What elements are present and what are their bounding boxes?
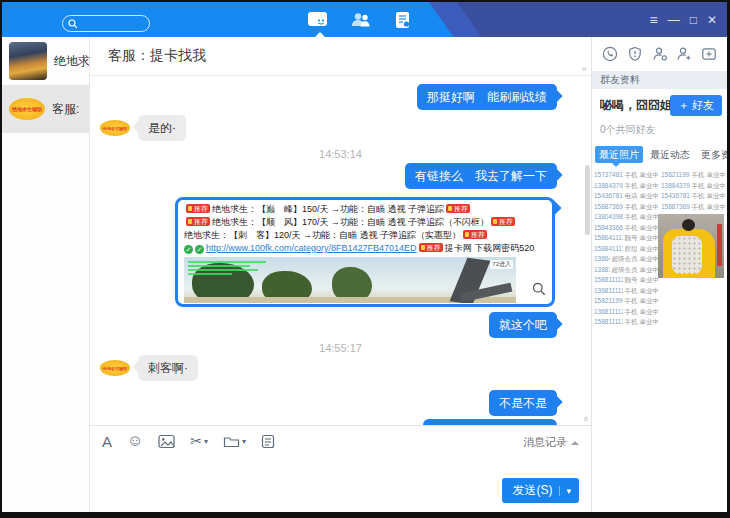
screenshot-icon[interactable]: ✂▾ (190, 433, 208, 449)
add-friend-button[interactable]: ＋ 好友 (670, 95, 722, 116)
table-row[interactable]: 158811111 靓号 单业中 (594, 275, 659, 286)
table-row[interactable]: 158841111 群组 单业中 (594, 244, 659, 255)
font-icon[interactable]: A (102, 433, 112, 450)
timestamp: 14:55:17 (90, 342, 591, 354)
titlebar: ≡ — □ ✕ (2, 2, 727, 37)
tab-recent-photos[interactable]: 最近照片 (595, 146, 643, 163)
add-panel-icon[interactable] (701, 46, 717, 62)
collapse-panel-icon[interactable]: « (582, 64, 587, 74)
avatar[interactable]: 绝地求生辅助 (100, 360, 130, 376)
tab-feeds[interactable] (394, 2, 412, 37)
add-person-icon[interactable] (676, 46, 692, 62)
composer-toolbar: A ☺ ✂▾ ▾ (90, 426, 591, 450)
table-row[interactable]: 136811111 手机 单业中 (594, 286, 659, 297)
table-row[interactable]: 158211996 手机 单业中 (594, 296, 659, 307)
menu-button[interactable]: ≡ (650, 12, 658, 28)
search-icon (68, 19, 78, 29)
report-icon[interactable] (627, 46, 643, 62)
maximize-button[interactable]: □ (690, 13, 697, 27)
message-bubble-outgoing: 就这个吧 (489, 312, 557, 338)
card-link[interactable]: http://www.100fk.com/category/8FB1427FB4… (206, 243, 417, 253)
table-row[interactable]: 1584336612 手机 单业中 (594, 223, 659, 234)
table-row[interactable]: 1388437996 手机 单业中 (594, 181, 659, 192)
member-table-left-column: 1573748199 手机 单业中 1388437996 手机 单业中 1543… (594, 170, 659, 328)
table-row[interactable]: 1380439826 手机 单业中 (594, 212, 659, 223)
head-shape (682, 219, 695, 231)
member-photo[interactable] (658, 214, 724, 278)
tab-recent-activity[interactable]: 最近动态 (646, 146, 694, 163)
table-row[interactable]: 158811113 手机 单业中 (594, 317, 659, 328)
tab-more-info[interactable]: 更多资料 (697, 146, 730, 163)
promo-line: 绝地求生：【刺 客】120/天 →功能：自瞄 透视 子弹追踪（实惠型）推荐 (184, 229, 546, 242)
promo-line: 推荐绝地求生：【巅 峰】150/天 →功能：自瞄 透视 子弹追踪推荐 (184, 203, 546, 216)
zoom-image-icon[interactable] (532, 282, 546, 296)
app-window: ≡ — □ ✕ 绝地求 绝地求生辅助 客服: 客服：提卡找我 « (0, 0, 730, 518)
notes-icon[interactable] (261, 434, 275, 449)
message-list: 那挺好啊 能刷刷战绩 绝地求生辅助 是的· 14:53:14 有链接么 我去了解… (90, 76, 591, 425)
table-row[interactable]: 15887369 手机 单业中 (661, 202, 726, 213)
chat-icon (307, 11, 329, 29)
message-composer[interactable]: A ☺ ✂▾ ▾ (90, 425, 591, 512)
minimize-button[interactable]: — (668, 13, 680, 27)
promo-link-line: ✓✓http://www.100fk.com/category/8FB1427F… (184, 242, 546, 255)
message-history-button[interactable]: 消息记录 (523, 435, 579, 450)
send-options-caret[interactable]: ▾ (559, 486, 571, 496)
table-row[interactable]: 138641111 超级会员 单业中 (594, 254, 659, 265)
recommend-badge: 推荐 (186, 217, 210, 226)
table-row[interactable]: 13884379 手机 单业中 (661, 181, 726, 192)
folder-icon[interactable]: ▾ (223, 435, 246, 448)
avatar[interactable]: 绝地求生辅助 (100, 120, 130, 136)
panel-header: 群友资料 (592, 71, 727, 89)
message-bubble-outgoing: 不是不是 (489, 390, 557, 416)
emoji-icon[interactable]: ☺ (127, 432, 143, 450)
member-info-panel: 群友资料 咇喝，囧囧姐哋·· ＋ 好友 0个共同好友 最近照片 最近动态 更多资… (591, 37, 727, 512)
window-controls: ≡ — □ ✕ (650, 2, 717, 37)
image-icon[interactable] (158, 434, 175, 449)
table-row[interactable]: 15821199 手机 单业中 (661, 170, 726, 181)
table-row[interactable]: 1573748199 手机 单业中 (594, 170, 659, 181)
backpack-shape (672, 236, 702, 274)
conversation-sidebar: 绝地求 绝地求生辅助 客服: (2, 37, 90, 512)
avatar: 绝地求生辅助 (9, 98, 45, 120)
table-row[interactable]: 1588736906 手机 单业中 (594, 202, 659, 213)
promo-line: 推荐绝地求生：【顺 风】170/天 →功能：自瞄 透视 子弹追踪（不闪框）推荐 (184, 216, 546, 229)
timestamp: 14:53:14 (90, 148, 591, 160)
feeds-icon (394, 11, 412, 29)
member-actions (592, 37, 727, 71)
mutual-friends: 0个共同好友 (592, 121, 727, 143)
tab-contacts[interactable] (350, 2, 373, 37)
table-row[interactable]: 138811111 超级会员 单业中 (594, 265, 659, 276)
member-name: 咇喝，囧囧姐哋·· (600, 97, 676, 114)
call-icon[interactable] (602, 46, 618, 62)
send-button[interactable]: 发送(S)▾ (502, 478, 579, 503)
message-bubble-incoming: 刺客啊· (138, 355, 198, 381)
close-button[interactable]: ✕ (707, 13, 717, 27)
conversation-item-pubg[interactable]: 绝地求 (2, 37, 89, 85)
red-pole-shape (717, 224, 722, 266)
chat-panel: 客服：提卡找我 « 那挺好啊 能刷刷战绩 绝地求生辅助 是的· 14:53:14… (90, 37, 591, 512)
image-badge: 72进入 (490, 260, 513, 269)
card-image[interactable]: 72进入 (184, 257, 516, 303)
panel-tabs: 最近照片 最近动态 更多资料 (595, 146, 725, 163)
safety-check-icon: ✓ (195, 245, 204, 254)
search-box[interactable] (62, 15, 150, 32)
recommend-badge: 推荐 (419, 243, 443, 252)
profile-settings-icon[interactable] (652, 46, 668, 62)
contacts-icon (350, 11, 373, 29)
table-row[interactable]: 136811112 手机 单业中 (594, 307, 659, 318)
conversation-label: 客服: (52, 101, 79, 118)
chat-scrollbar-thumb[interactable] (585, 165, 590, 235)
recommend-badge: 推荐 (446, 204, 470, 213)
message-bubble-outgoing: 有链接么 我去了解一下 (405, 163, 557, 189)
scroll-down-icon[interactable]: « (580, 416, 590, 421)
conversation-item-service[interactable]: 绝地求生辅助 客服: (2, 85, 89, 133)
recommend-badge: 推荐 (186, 204, 210, 213)
search-input[interactable] (78, 18, 138, 30)
message-bubble-incoming: 是的· (138, 115, 186, 141)
table-row[interactable]: 1543678177 电话 单业中 (594, 191, 659, 202)
table-row[interactable]: 15436781 手机 单业中 (661, 191, 726, 202)
avatar (9, 42, 47, 80)
caret-up-icon (571, 441, 579, 445)
message-bubble-outgoing: 那挺好啊 能刷刷战绩 (417, 84, 557, 110)
table-row[interactable]: 158641111 靓号 单业中 (594, 233, 659, 244)
